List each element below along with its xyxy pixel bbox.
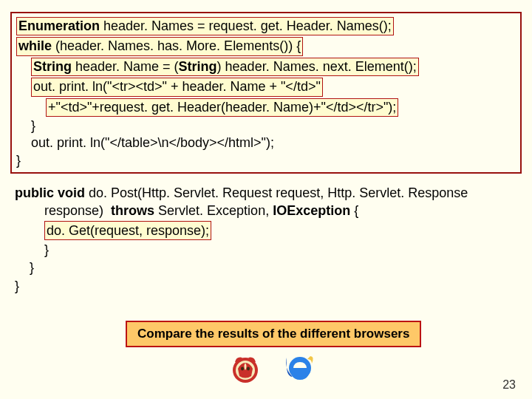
code-line: }: [16, 117, 516, 134]
compare-text: Compare the results of the different bro…: [137, 327, 409, 341]
code-line: out. print. ln("<tr><td>" + header. Name…: [16, 77, 516, 97]
compare-callout: Compare the results of the different bro…: [126, 321, 421, 347]
code-line: response) throws Servlet. Exception, IOE…: [15, 202, 522, 219]
slide-number: 23: [502, 378, 516, 392]
ie-icon: [282, 352, 315, 388]
code-line: do. Get(request, response);: [15, 220, 522, 241]
svg-point-2: [241, 367, 244, 371]
code-line: }: [15, 241, 522, 259]
svg-point-3: [247, 367, 250, 371]
code-line: out. print. ln("</table>\n</body></html>…: [16, 134, 516, 151]
code-line: String header. Name = (String) header. N…: [16, 57, 516, 77]
code-block: Enumeration header. Names = request. get…: [10, 12, 522, 174]
method-block: public void do. Post(Http. Servlet. Requ…: [10, 184, 522, 295]
code-line: }: [16, 152, 516, 169]
code-line: +"<td>"+request. get. Header(header. Nam…: [16, 98, 516, 117]
code-line: while (header. Names. has. More. Element…: [16, 36, 516, 56]
code-line: public void do. Post(Http. Servlet. Requ…: [15, 184, 522, 202]
code-line: }: [15, 259, 522, 276]
code-line: }: [15, 277, 522, 295]
mozilla-icon: [229, 352, 262, 388]
code-line: Enumeration header. Names = request. get…: [16, 16, 516, 36]
browser-icons: [229, 352, 315, 388]
